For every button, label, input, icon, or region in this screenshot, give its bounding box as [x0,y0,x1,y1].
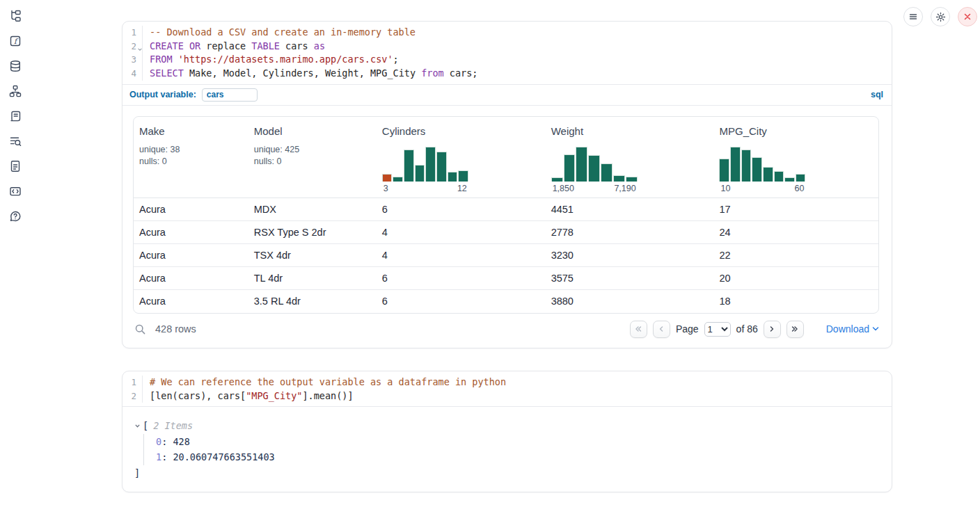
column-header[interactable]: Weight1,8507,190 [546,125,714,193]
histogram-bar [436,152,447,182]
table-cell: 3575 [546,273,714,284]
table-cell: 3.5 RL 4dr [248,296,377,307]
line-number: 3 [122,53,143,67]
histogram-bar [551,177,563,182]
open-bracket: [ [143,418,148,434]
python-code-editor[interactable]: 1# We can reference the output variable … [122,371,892,406]
histogram-bars [719,145,805,182]
column-histogram: 1,8507,190 [551,145,638,193]
stat-line: unique: 425 [254,144,377,156]
histogram-bar [576,147,587,182]
left-panel-toolbar: f [0,0,31,507]
histogram-bar [564,154,576,182]
histogram-bar [730,147,741,182]
code-line: SELECT Make, Model, Cylinders, Weight, M… [143,67,892,81]
column-header[interactable]: MPG_City1060 [713,125,878,193]
download-button[interactable]: Download [826,323,879,335]
histogram-axis-labels: 1,8507,190 [551,184,638,193]
chevrons-right-icon [790,324,800,334]
page-select[interactable]: 1 [704,322,731,337]
column-header[interactable]: Modelunique: 425nulls: 0 [248,125,377,193]
menu-button[interactable] [903,7,923,26]
tree-entry-key: 1 [156,451,161,462]
chevron-down-icon [134,423,141,429]
close-button[interactable] [958,7,977,26]
table-cell: 6 [377,273,546,284]
table-cell: 17 [713,204,878,215]
stat-line: nulls: 0 [139,156,248,168]
output-variable-label: Output variable: [129,90,196,99]
column-header[interactable]: Makeunique: 38nulls: 0 [134,125,248,193]
close-icon [963,13,972,21]
column-stats: unique: 425nulls: 0 [254,144,377,168]
table-row[interactable]: AcuraMDX6445117 [134,198,878,221]
previous-page-button[interactable] [653,321,670,338]
histogram-bar [763,167,773,182]
column-header[interactable]: Cylinders312 [377,125,546,193]
histogram-bar [415,165,425,182]
axis-max-label: 60 [795,184,805,193]
table-cell: TSX 4dr [248,250,377,261]
sql-code-editor[interactable]: 1-- Download a CSV and create an in-memo… [122,22,892,84]
python-cell: 1# We can reference the output variable … [122,371,892,492]
code-token: Make, Model, Cylinders, Weight, MPG_City [184,67,421,79]
file-tree-icon[interactable] [8,10,22,22]
next-page-button[interactable] [764,321,781,338]
last-page-button[interactable] [787,321,804,338]
histogram-axis-labels: 312 [382,184,468,193]
table-cell: RSX Type S 2dr [248,227,377,238]
snippets-icon[interactable] [8,185,22,198]
logs-icon[interactable] [8,110,22,122]
dependency-graph-icon[interactable] [8,85,22,97]
functions-icon[interactable]: f [8,35,22,47]
table-cell: Acura [134,227,248,238]
page-total-label: of 86 [736,323,758,335]
code-token: # We can reference the output variable a… [150,376,506,387]
tree-root[interactable]: [ 2 Items [134,418,892,434]
table-row[interactable]: AcuraTSX 4dr4323022 [134,244,878,267]
table-footer: 428 rows Page 1 of 86 [133,321,879,338]
histogram-bar [796,174,806,182]
code-token: 'https://datasets.marimo.app/cars.csv' [178,54,393,65]
histogram-bar [601,163,612,182]
code-line: FROM 'https://datasets.marimo.app/cars.c… [143,53,892,67]
help-icon[interactable] [8,210,22,223]
histogram-bar [613,175,625,182]
database-icon[interactable] [8,60,22,72]
documentation-icon[interactable] [8,160,22,172]
histogram-bars [551,145,638,182]
close-bracket: ] [134,465,892,481]
tree-entry-value: 428 [173,436,189,447]
table-row[interactable]: Acura3.5 RL 4dr6388018 [134,290,878,313]
settings-button[interactable] [931,7,950,26]
tree-entry[interactable]: 1: 20.060747663551403 [156,449,892,465]
table-row[interactable]: AcuraRSX Type S 2dr4277824 [134,221,878,244]
stat-line: unique: 38 [139,144,248,156]
first-page-button[interactable] [630,321,647,338]
code-token: cars [280,40,314,51]
table-row[interactable]: AcuraTL 4dr6357520 [134,267,878,290]
output-variable-input[interactable] [202,88,258,102]
column-label: MPG_City [719,125,878,137]
code-token: from [421,67,444,79]
table-cell: 3230 [546,250,714,261]
table-cell: 4 [377,227,546,238]
line-number: 1 [122,26,143,40]
search-button[interactable] [134,323,146,335]
tree-entry[interactable]: 0: 428 [156,434,892,450]
table-cell: 18 [713,296,878,307]
code-token: replace [200,40,251,51]
histogram-axis-labels: 1060 [719,184,805,193]
chevrons-left-icon [633,324,643,334]
search-logs-icon[interactable] [8,135,22,147]
svg-text:f: f [14,37,19,45]
code-token [184,40,189,51]
histogram-bar [382,174,393,182]
sql-cell: 1-- Download a CSV and create an in-memo… [122,21,892,348]
code-token: TABLE [251,40,280,51]
line-number: 1 [122,376,143,389]
gear-icon [935,12,946,22]
axis-min-label: 10 [720,184,730,193]
table-cell: 22 [713,250,878,261]
histogram-bar [774,171,784,182]
